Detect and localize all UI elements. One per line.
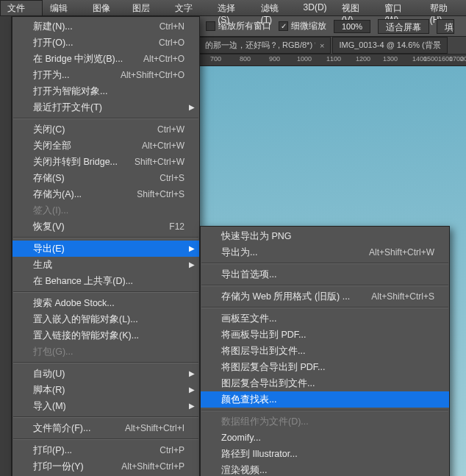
file-menu-item[interactable]: 导出(E)▶ xyxy=(12,241,199,257)
file-menu-item[interactable]: 在 Bridge 中浏览(B)...Alt+Ctrl+O xyxy=(12,51,199,67)
menu-item-shortcut: Alt+Shift+Ctrl+S xyxy=(371,291,434,302)
menu-window[interactable]: 窗口(W) xyxy=(377,0,423,15)
menu-item-label: 文件简介(F)... xyxy=(33,422,90,434)
menu-item-label: 将图层导出到文件... xyxy=(221,345,305,357)
export-menu-item[interactable]: 将图层导出到文件... xyxy=(201,343,449,359)
menu-item-label: 画板至文件... xyxy=(221,313,276,324)
file-menu-item[interactable]: 置入链接的智能对象(K)... xyxy=(12,327,199,344)
menu-separator xyxy=(13,291,198,293)
file-menu-item[interactable]: 新建(N)...Ctrl+N xyxy=(12,18,199,35)
menu-item-label: 颜色查找表... xyxy=(221,394,276,405)
close-icon[interactable]: × xyxy=(320,41,324,50)
file-menu-item[interactable]: 置入嵌入的智能对象(L)... xyxy=(12,311,199,327)
export-menu-item[interactable]: 渲染视频... xyxy=(201,462,449,476)
export-menu-item[interactable]: Zoomify... xyxy=(201,430,449,446)
menu-item-label: 恢复(V) xyxy=(33,221,65,232)
menu-item-label: 在 Bridge 中浏览(B)... xyxy=(33,53,123,65)
file-menu-item[interactable]: 脚本(R)▶ xyxy=(12,382,199,398)
file-menu-item: 签入(I)... xyxy=(12,202,199,219)
zoom-input[interactable]: 100% xyxy=(334,20,370,33)
file-menu-item[interactable]: 打开为智能对象... xyxy=(12,83,199,99)
export-menu-item[interactable]: 画板至文件... xyxy=(201,310,449,327)
menu-item-label: 渲染视频... xyxy=(221,464,267,476)
export-menu-item[interactable]: 颜色查找表... xyxy=(201,391,449,408)
menu-separator xyxy=(201,307,448,308)
ruler-tick: 1100 xyxy=(326,55,341,63)
file-menu-item[interactable]: 存储为(A)...Shift+Ctrl+S xyxy=(12,186,199,202)
menu-item-shortcut: Alt+Shift+Ctrl+W xyxy=(369,246,434,258)
menu-file[interactable]: 文件(F) xyxy=(0,0,43,15)
menu-item-label: 最近打开文件(T) xyxy=(33,102,102,113)
menu-separator xyxy=(13,237,198,238)
menu-item-shortcut: Alt+Shift+Ctrl+I xyxy=(125,422,184,434)
export-menu-item[interactable]: 快速导出为 PNG xyxy=(201,228,449,244)
export-menu-item[interactable]: 将图层复合导出到 PDF... xyxy=(201,359,449,375)
chevron-right-icon: ▶ xyxy=(189,102,195,113)
file-menu-item[interactable]: 打开为...Alt+Shift+Ctrl+O xyxy=(12,67,199,83)
vertical-ruler[interactable] xyxy=(0,16,12,476)
menu-select[interactable]: 选择(S) xyxy=(210,0,254,15)
menu-item-shortcut: Ctrl+W xyxy=(157,124,184,135)
export-menu-item[interactable]: 导出为...Alt+Shift+Ctrl+W xyxy=(201,244,449,260)
menu-item-label: 生成 xyxy=(33,259,52,271)
menu-item-label: 导入(M) xyxy=(33,400,66,412)
menu-item-label: 数据组作为文件(D)... xyxy=(221,416,309,427)
menu-item-shortcut: F12 xyxy=(169,221,184,232)
file-menu-item[interactable]: 打印一份(Y)Alt+Shift+Ctrl+P xyxy=(12,458,199,475)
menu-item-label: 打开为... xyxy=(33,69,69,81)
file-menu-item[interactable]: 导入(M)▶ xyxy=(12,398,199,414)
file-menu-item[interactable]: 关闭并转到 Bridge...Shift+Ctrl+W xyxy=(12,154,199,170)
menu-separator xyxy=(13,416,198,418)
menu-item-shortcut: Shift+Ctrl+S xyxy=(137,188,184,200)
menu-item-label: 路径到 Illustrator... xyxy=(221,448,298,460)
zoom-all-windows-checkbox[interactable]: 缩放所有窗口 xyxy=(206,20,271,32)
tab-title: IMG_0013-4 @ 14.6% (背景 xyxy=(339,40,440,51)
ruler-tick: 1000 xyxy=(297,55,312,63)
menu-type[interactable]: 文字(Y) xyxy=(168,0,211,15)
menu-item-label: 签入(I)... xyxy=(33,205,68,216)
menu-item-label: 关闭全部 xyxy=(33,140,71,152)
chevron-right-icon: ▶ xyxy=(189,368,195,380)
ruler-tick: 800 xyxy=(240,55,251,63)
menu-item-label: 新建(N)... xyxy=(33,21,73,32)
fit-screen-button[interactable]: 适合屏幕 xyxy=(378,19,429,34)
export-menu-item[interactable]: 导出首选项... xyxy=(201,266,449,283)
menu-3d[interactable]: 3D(D) xyxy=(296,0,334,15)
scrubby-zoom-checkbox[interactable]: ✓ 细微缩放 xyxy=(279,20,326,32)
menu-bar: 文件(F) 编辑(E) 图像(I) 图层(L) 文字(Y) 选择(S) 滤镜(T… xyxy=(0,0,466,16)
menu-layer[interactable]: 图层(L) xyxy=(125,0,167,15)
menu-filter[interactable]: 滤镜(T) xyxy=(254,0,296,15)
file-menu-item[interactable]: 在 Behance 上共享(D)... xyxy=(12,273,199,289)
menu-item-label: 打印一份(Y) xyxy=(33,461,84,472)
export-menu-item[interactable]: 路径到 Illustrator... xyxy=(201,446,449,462)
menu-item-label: 打印(P)... xyxy=(33,444,72,456)
export-submenu-dropdown: 快速导出为 PNG导出为...Alt+Shift+Ctrl+W导出首选项...存… xyxy=(200,226,450,476)
chevron-right-icon: ▶ xyxy=(189,400,195,412)
export-menu-item[interactable]: 图层复合导出到文件... xyxy=(201,375,449,391)
fill-screen-button[interactable]: 填 xyxy=(437,19,454,34)
file-menu-item[interactable]: 打印(P)...Ctrl+P xyxy=(12,442,199,458)
export-menu-item[interactable]: 将画板导出到 PDF... xyxy=(201,327,449,343)
file-menu-item[interactable]: 关闭(C)Ctrl+W xyxy=(12,121,199,138)
file-menu-item[interactable]: 生成▶ xyxy=(12,257,199,273)
document-tab[interactable]: IMG_0013-4 @ 14.6% (背景 xyxy=(332,37,447,54)
menu-edit[interactable]: 编辑(E) xyxy=(43,0,86,15)
file-menu-item[interactable]: 恢复(V)F12 xyxy=(12,219,199,235)
menu-item-shortcut: Ctrl+N xyxy=(159,21,184,32)
file-menu-item[interactable]: 最近打开文件(T)▶ xyxy=(12,99,199,116)
document-tab[interactable]: 的那一边，还好吗？, RGB/8*) * × xyxy=(198,37,331,54)
menu-view[interactable]: 视图(V) xyxy=(334,0,378,15)
file-menu-item[interactable]: 自动(U)▶ xyxy=(12,366,199,382)
menu-item-label: 存储(S) xyxy=(33,172,65,184)
ruler-tick: 1200 xyxy=(356,55,370,63)
file-menu-item[interactable]: 文件简介(F)...Alt+Shift+Ctrl+I xyxy=(12,420,199,436)
menu-item-shortcut: Alt+Ctrl+W xyxy=(142,140,184,152)
menu-item-label: 打开为智能对象... xyxy=(33,85,107,97)
file-menu-item[interactable]: 打开(O)...Ctrl+O xyxy=(12,35,199,51)
file-menu-item[interactable]: 存储(S)Ctrl+S xyxy=(12,170,199,186)
file-menu-item[interactable]: 关闭全部Alt+Ctrl+W xyxy=(12,138,199,154)
export-menu-item[interactable]: 存储为 Web 所用格式 (旧版) ...Alt+Shift+Ctrl+S xyxy=(201,288,449,305)
menu-image[interactable]: 图像(I) xyxy=(85,0,125,15)
menu-help[interactable]: 帮助(H) xyxy=(423,0,466,15)
file-menu-item[interactable]: 搜索 Adobe Stock... xyxy=(12,295,199,311)
